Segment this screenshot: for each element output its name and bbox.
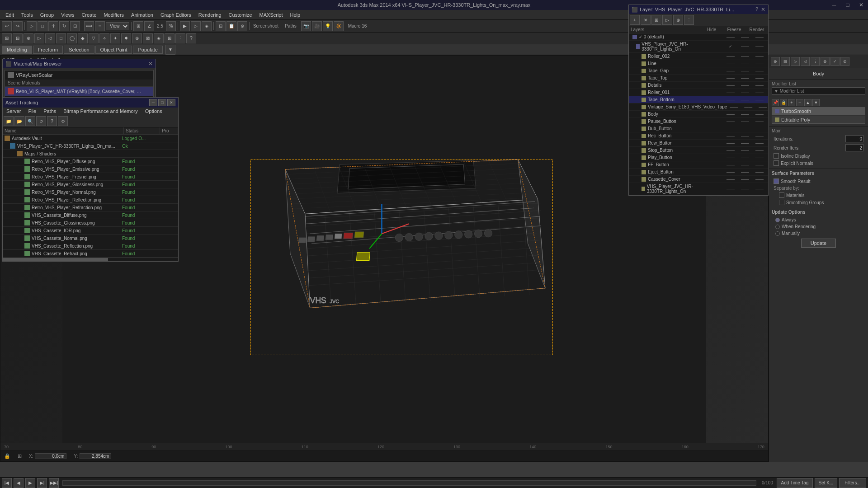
mod-stack-remove[interactable]: –	[796, 99, 803, 106]
menu-views[interactable]: Views	[57, 11, 78, 19]
lp-btn-merge[interactable]: ⊞	[651, 15, 661, 25]
light-button[interactable]: 💡	[323, 21, 333, 31]
sub-tb-btn13[interactable]: ⊛	[132, 33, 142, 43]
lp-row-roller002[interactable]: Roller_002 —— —— ——	[629, 53, 768, 60]
at-btn-open[interactable]: 📂	[14, 116, 24, 126]
align-button[interactable]: ≡	[95, 21, 105, 31]
render-iters-input[interactable]	[845, 144, 863, 151]
at-row-glossiness[interactable]: Retro_VHS_Player_Glossiness.png Found	[3, 181, 178, 188]
isoline-checkbox[interactable]	[774, 153, 779, 159]
y-value[interactable]: 2,854cm	[80, 453, 111, 459]
lock-icon[interactable]: 🔒	[4, 453, 10, 459]
at-row-vhs-player-file[interactable]: VHS_Player_JVC_HR-3330TR_Lights_On_ma...…	[3, 142, 178, 150]
layer-panel-list[interactable]: ✓ 0 (default) —— —— —— VHS_Player_JVC_HR…	[629, 33, 768, 195]
at-menu-file[interactable]: File	[24, 108, 40, 115]
materials-checkbox[interactable]	[779, 192, 784, 198]
at-row-cassette-reflection[interactable]: VHS_Cassette_Reflection.png Found	[3, 242, 178, 250]
x-value[interactable]: 0,0cm	[35, 453, 66, 459]
lp-row-stop-btn[interactable]: Stop_Button —— —— ——	[629, 147, 768, 154]
lp-row-body[interactable]: Body —— —— ——	[629, 111, 768, 118]
anim-first-frame[interactable]: |◀	[2, 478, 12, 488]
lp-row-cassette-cover[interactable]: Cassette_Cover —— —— ——	[629, 176, 768, 183]
undo-button[interactable]: ↩	[2, 21, 12, 31]
lp-row-roller001[interactable]: Roller_001 —— —— ——	[629, 89, 768, 96]
menu-animation[interactable]: Animation	[127, 11, 157, 19]
menu-customize[interactable]: Customize	[225, 11, 256, 19]
at-menu-options[interactable]: Options	[142, 108, 166, 115]
lp-row-details[interactable]: Details —— —— ——	[629, 82, 768, 89]
at-row-reflection[interactable]: Retro_VHS_Player_Reflection.png Found	[3, 196, 178, 204]
lp-row-rec-btn[interactable]: Rec_Button —— —— ——	[629, 132, 768, 140]
at-row-diffuse[interactable]: Retro_VHS_Player_Diffuse.png Found	[3, 158, 178, 165]
mod-stack-lock[interactable]: 🔒	[780, 99, 787, 106]
lp-row-line[interactable]: Line —— —— ——	[629, 60, 768, 67]
at-btn-refresh[interactable]: ↺	[36, 116, 46, 126]
layer-manager-button[interactable]: ⊟	[216, 21, 226, 31]
at-menu-bitmap-perf[interactable]: Bitmap Performance and Memory	[60, 108, 141, 115]
menu-graph-editors[interactable]: Graph Editors	[157, 11, 195, 19]
maximize-button[interactable]: □	[841, 0, 854, 10]
lp-row-vhs-player-lights-on[interactable]: VHS_Player_JVC_HR-3330TR_Lights_On —— ——…	[629, 183, 768, 195]
lp-btn-delete[interactable]: ✕	[641, 15, 651, 25]
close-button[interactable]: ✕	[854, 0, 868, 10]
when-rendering-radio[interactable]	[775, 225, 780, 229]
lp-row-play-btn[interactable]: Play_Button —— —— ——	[629, 154, 768, 161]
sub-tb-btn16[interactable]: ⊞	[165, 33, 175, 43]
rpanel-btn4[interactable]: ◁	[801, 57, 810, 66]
explicit-normals-checkbox[interactable]	[774, 160, 779, 166]
at-btn-folder[interactable]: 📁	[4, 116, 14, 126]
sub-tb-btn11[interactable]: ✦	[110, 33, 120, 43]
menu-help[interactable]: Help	[287, 11, 304, 19]
move-button[interactable]: ✛	[48, 21, 58, 31]
lp-row-vintage-sony[interactable]: Vintage_Sony_E180_VHS_Video_Tape —— —— —…	[629, 103, 768, 111]
rpanel-btn3[interactable]: ▷	[791, 57, 800, 66]
filters-button[interactable]: Filters...	[839, 478, 866, 488]
manually-radio[interactable]	[775, 231, 780, 236]
camera2-button[interactable]: 🎥	[312, 21, 322, 31]
menu-tools[interactable]: Tools	[18, 11, 37, 19]
smooth-result-checkbox[interactable]	[774, 178, 779, 184]
tab-selection[interactable]: Selection	[64, 46, 94, 54]
at-btn-help[interactable]: ?	[47, 116, 57, 126]
at-hscrollbar[interactable]	[3, 258, 178, 261]
at-menu-server[interactable]: Server	[3, 108, 24, 115]
at-row-normal[interactable]: Retro_VHS_Player_Normal.png Found	[3, 188, 178, 196]
menu-maxscript[interactable]: MAXScript	[256, 11, 287, 19]
material-editor-button[interactable]: ◈	[202, 21, 212, 31]
asset-tracking-close[interactable]: ✕	[167, 99, 175, 106]
mod-stack-down[interactable]: ▼	[812, 99, 820, 106]
percent-snap-button[interactable]: %	[166, 21, 176, 31]
render-setup-button[interactable]: ▶	[180, 21, 190, 31]
scale-button[interactable]: ⊡	[70, 21, 80, 31]
layer-panel-help-button[interactable]: ?	[754, 6, 760, 13]
at-row-emissive[interactable]: Retro_VHS_Player_Emissive.png Found	[3, 165, 178, 173]
rpanel-btn1[interactable]: ⊕	[771, 57, 780, 66]
at-row-cassette-refract[interactable]: VHS_Cassette_Refract.png Found	[3, 250, 178, 258]
set-keys-button[interactable]: Set K...	[815, 478, 837, 488]
rpanel-btn5[interactable]: ⋮	[811, 57, 820, 66]
rpanel-btn2[interactable]: ⊞	[781, 57, 790, 66]
rpanel-btn7[interactable]: ✓	[830, 57, 840, 66]
mat-item-vrayuserscalar[interactable]: VRayUserScalar	[5, 70, 153, 80]
schematic-button[interactable]: ⊗	[237, 21, 247, 31]
view-dropdown[interactable]: View	[106, 22, 129, 30]
select-button[interactable]: ▷	[27, 21, 37, 31]
at-row-maps-shaders[interactable]: Maps / Shaders	[3, 150, 178, 158]
at-btn-settings[interactable]: ⚙	[58, 116, 68, 126]
at-row-cassette-ior[interactable]: VHS_Cassette_IOR.png Found	[3, 227, 178, 235]
lp-row-tape-bottom[interactable]: Tape_Bottom —— —— ——	[629, 96, 768, 103]
iterations-input[interactable]	[845, 135, 863, 142]
light2-button[interactable]: 🔆	[334, 21, 344, 31]
modifier-turbosmooth[interactable]: TurboSmooth	[772, 107, 865, 115]
tab-populate[interactable]: Populate	[133, 46, 162, 54]
select-region-button[interactable]: □	[38, 21, 47, 31]
lp-row-rew-btn[interactable]: Rew_Button —— —— ——	[629, 140, 768, 147]
menu-rendering[interactable]: Rendering	[195, 11, 225, 19]
menu-create[interactable]: Create	[78, 11, 100, 19]
minimize-button[interactable]: ─	[827, 0, 841, 10]
menu-group[interactable]: Group	[37, 11, 58, 19]
anim-play[interactable]: ▶	[25, 478, 35, 488]
at-row-cassette-gloss[interactable]: VHS_Cassette_Glossiness.png Found	[3, 219, 178, 227]
lp-btn-more[interactable]: ⋮	[684, 15, 694, 25]
anim-last-frame[interactable]: ▶▶|	[49, 478, 59, 488]
